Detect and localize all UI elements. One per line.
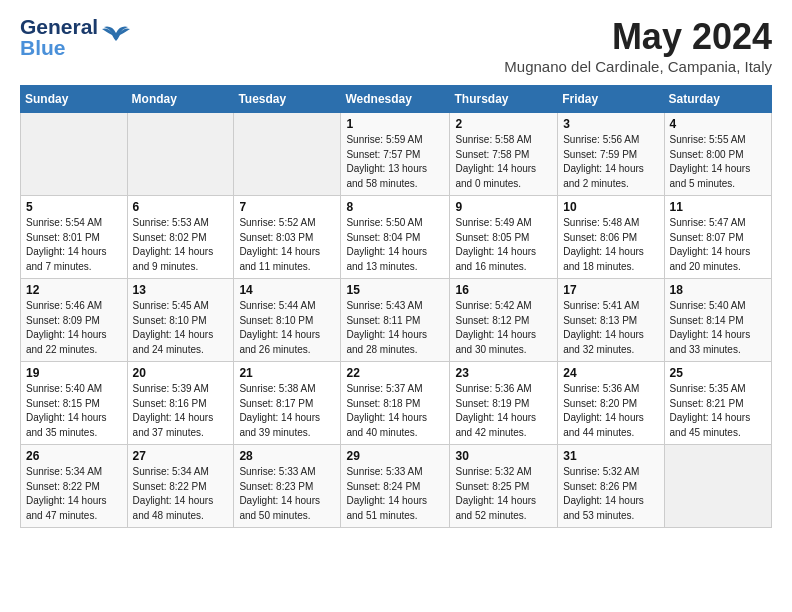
calendar-cell: 19Sunrise: 5:40 AMSunset: 8:15 PMDayligh… bbox=[21, 362, 128, 445]
day-info: Sunrise: 5:55 AMSunset: 8:00 PMDaylight:… bbox=[670, 133, 766, 191]
day-number: 13 bbox=[133, 283, 229, 297]
day-info: Sunrise: 5:36 AMSunset: 8:20 PMDaylight:… bbox=[563, 382, 658, 440]
page-header: General Blue May 2024 Mugnano del Cardin… bbox=[20, 16, 772, 75]
day-number: 8 bbox=[346, 200, 444, 214]
day-info: Sunrise: 5:49 AMSunset: 8:05 PMDaylight:… bbox=[455, 216, 552, 274]
weekday-header: Wednesday bbox=[341, 86, 450, 113]
calendar-week-row: 26Sunrise: 5:34 AMSunset: 8:22 PMDayligh… bbox=[21, 445, 772, 528]
day-number: 28 bbox=[239, 449, 335, 463]
day-number: 22 bbox=[346, 366, 444, 380]
day-number: 11 bbox=[670, 200, 766, 214]
day-info: Sunrise: 5:59 AMSunset: 7:57 PMDaylight:… bbox=[346, 133, 444, 191]
day-number: 24 bbox=[563, 366, 658, 380]
day-number: 2 bbox=[455, 117, 552, 131]
day-number: 14 bbox=[239, 283, 335, 297]
calendar-cell: 2Sunrise: 5:58 AMSunset: 7:58 PMDaylight… bbox=[450, 113, 558, 196]
calendar-cell: 22Sunrise: 5:37 AMSunset: 8:18 PMDayligh… bbox=[341, 362, 450, 445]
calendar-cell: 24Sunrise: 5:36 AMSunset: 8:20 PMDayligh… bbox=[558, 362, 664, 445]
calendar-cell bbox=[21, 113, 128, 196]
day-info: Sunrise: 5:40 AMSunset: 8:15 PMDaylight:… bbox=[26, 382, 122, 440]
calendar-week-row: 5Sunrise: 5:54 AMSunset: 8:01 PMDaylight… bbox=[21, 196, 772, 279]
day-info: Sunrise: 5:39 AMSunset: 8:16 PMDaylight:… bbox=[133, 382, 229, 440]
day-info: Sunrise: 5:54 AMSunset: 8:01 PMDaylight:… bbox=[26, 216, 122, 274]
day-info: Sunrise: 5:47 AMSunset: 8:07 PMDaylight:… bbox=[670, 216, 766, 274]
day-number: 19 bbox=[26, 366, 122, 380]
calendar-cell: 11Sunrise: 5:47 AMSunset: 8:07 PMDayligh… bbox=[664, 196, 771, 279]
weekday-header: Saturday bbox=[664, 86, 771, 113]
day-number: 7 bbox=[239, 200, 335, 214]
day-info: Sunrise: 5:32 AMSunset: 8:25 PMDaylight:… bbox=[455, 465, 552, 523]
calendar-week-row: 19Sunrise: 5:40 AMSunset: 8:15 PMDayligh… bbox=[21, 362, 772, 445]
day-number: 17 bbox=[563, 283, 658, 297]
day-info: Sunrise: 5:44 AMSunset: 8:10 PMDaylight:… bbox=[239, 299, 335, 357]
calendar-cell: 25Sunrise: 5:35 AMSunset: 8:21 PMDayligh… bbox=[664, 362, 771, 445]
day-info: Sunrise: 5:46 AMSunset: 8:09 PMDaylight:… bbox=[26, 299, 122, 357]
weekday-header: Friday bbox=[558, 86, 664, 113]
calendar-cell: 14Sunrise: 5:44 AMSunset: 8:10 PMDayligh… bbox=[234, 279, 341, 362]
day-number: 3 bbox=[563, 117, 658, 131]
day-info: Sunrise: 5:33 AMSunset: 8:24 PMDaylight:… bbox=[346, 465, 444, 523]
day-info: Sunrise: 5:41 AMSunset: 8:13 PMDaylight:… bbox=[563, 299, 658, 357]
calendar-cell: 7Sunrise: 5:52 AMSunset: 8:03 PMDaylight… bbox=[234, 196, 341, 279]
day-number: 20 bbox=[133, 366, 229, 380]
calendar-cell: 15Sunrise: 5:43 AMSunset: 8:11 PMDayligh… bbox=[341, 279, 450, 362]
day-info: Sunrise: 5:36 AMSunset: 8:19 PMDaylight:… bbox=[455, 382, 552, 440]
day-info: Sunrise: 5:34 AMSunset: 8:22 PMDaylight:… bbox=[26, 465, 122, 523]
weekday-header: Tuesday bbox=[234, 86, 341, 113]
day-number: 15 bbox=[346, 283, 444, 297]
calendar-cell: 13Sunrise: 5:45 AMSunset: 8:10 PMDayligh… bbox=[127, 279, 234, 362]
day-number: 9 bbox=[455, 200, 552, 214]
logo-general: General bbox=[20, 16, 98, 37]
day-number: 1 bbox=[346, 117, 444, 131]
weekday-header: Sunday bbox=[21, 86, 128, 113]
day-number: 18 bbox=[670, 283, 766, 297]
day-info: Sunrise: 5:56 AMSunset: 7:59 PMDaylight:… bbox=[563, 133, 658, 191]
day-info: Sunrise: 5:38 AMSunset: 8:17 PMDaylight:… bbox=[239, 382, 335, 440]
location-subtitle: Mugnano del Cardinale, Campania, Italy bbox=[504, 58, 772, 75]
day-number: 30 bbox=[455, 449, 552, 463]
calendar-cell: 3Sunrise: 5:56 AMSunset: 7:59 PMDaylight… bbox=[558, 113, 664, 196]
calendar-cell: 26Sunrise: 5:34 AMSunset: 8:22 PMDayligh… bbox=[21, 445, 128, 528]
day-number: 27 bbox=[133, 449, 229, 463]
day-number: 26 bbox=[26, 449, 122, 463]
calendar-cell: 27Sunrise: 5:34 AMSunset: 8:22 PMDayligh… bbox=[127, 445, 234, 528]
calendar-cell: 16Sunrise: 5:42 AMSunset: 8:12 PMDayligh… bbox=[450, 279, 558, 362]
calendar-cell: 8Sunrise: 5:50 AMSunset: 8:04 PMDaylight… bbox=[341, 196, 450, 279]
day-info: Sunrise: 5:40 AMSunset: 8:14 PMDaylight:… bbox=[670, 299, 766, 357]
calendar-week-row: 1Sunrise: 5:59 AMSunset: 7:57 PMDaylight… bbox=[21, 113, 772, 196]
day-info: Sunrise: 5:52 AMSunset: 8:03 PMDaylight:… bbox=[239, 216, 335, 274]
calendar-cell: 30Sunrise: 5:32 AMSunset: 8:25 PMDayligh… bbox=[450, 445, 558, 528]
day-info: Sunrise: 5:37 AMSunset: 8:18 PMDaylight:… bbox=[346, 382, 444, 440]
logo-blue: Blue bbox=[20, 37, 98, 58]
day-info: Sunrise: 5:45 AMSunset: 8:10 PMDaylight:… bbox=[133, 299, 229, 357]
weekday-header: Monday bbox=[127, 86, 234, 113]
calendar-cell: 10Sunrise: 5:48 AMSunset: 8:06 PMDayligh… bbox=[558, 196, 664, 279]
calendar-cell: 5Sunrise: 5:54 AMSunset: 8:01 PMDaylight… bbox=[21, 196, 128, 279]
day-number: 5 bbox=[26, 200, 122, 214]
day-info: Sunrise: 5:53 AMSunset: 8:02 PMDaylight:… bbox=[133, 216, 229, 274]
calendar-cell: 20Sunrise: 5:39 AMSunset: 8:16 PMDayligh… bbox=[127, 362, 234, 445]
weekday-header: Thursday bbox=[450, 86, 558, 113]
day-info: Sunrise: 5:35 AMSunset: 8:21 PMDaylight:… bbox=[670, 382, 766, 440]
logo: General Blue bbox=[20, 16, 130, 58]
day-info: Sunrise: 5:48 AMSunset: 8:06 PMDaylight:… bbox=[563, 216, 658, 274]
month-title: May 2024 bbox=[504, 16, 772, 58]
calendar-cell: 21Sunrise: 5:38 AMSunset: 8:17 PMDayligh… bbox=[234, 362, 341, 445]
day-number: 6 bbox=[133, 200, 229, 214]
calendar-cell: 31Sunrise: 5:32 AMSunset: 8:26 PMDayligh… bbox=[558, 445, 664, 528]
calendar-cell: 23Sunrise: 5:36 AMSunset: 8:19 PMDayligh… bbox=[450, 362, 558, 445]
calendar-cell: 29Sunrise: 5:33 AMSunset: 8:24 PMDayligh… bbox=[341, 445, 450, 528]
calendar-cell: 28Sunrise: 5:33 AMSunset: 8:23 PMDayligh… bbox=[234, 445, 341, 528]
day-number: 21 bbox=[239, 366, 335, 380]
calendar-cell: 6Sunrise: 5:53 AMSunset: 8:02 PMDaylight… bbox=[127, 196, 234, 279]
day-number: 16 bbox=[455, 283, 552, 297]
day-number: 31 bbox=[563, 449, 658, 463]
day-info: Sunrise: 5:50 AMSunset: 8:04 PMDaylight:… bbox=[346, 216, 444, 274]
day-number: 25 bbox=[670, 366, 766, 380]
day-info: Sunrise: 5:42 AMSunset: 8:12 PMDaylight:… bbox=[455, 299, 552, 357]
title-area: May 2024 Mugnano del Cardinale, Campania… bbox=[504, 16, 772, 75]
day-info: Sunrise: 5:33 AMSunset: 8:23 PMDaylight:… bbox=[239, 465, 335, 523]
calendar-table: SundayMondayTuesdayWednesdayThursdayFrid… bbox=[20, 85, 772, 528]
day-number: 12 bbox=[26, 283, 122, 297]
day-number: 4 bbox=[670, 117, 766, 131]
